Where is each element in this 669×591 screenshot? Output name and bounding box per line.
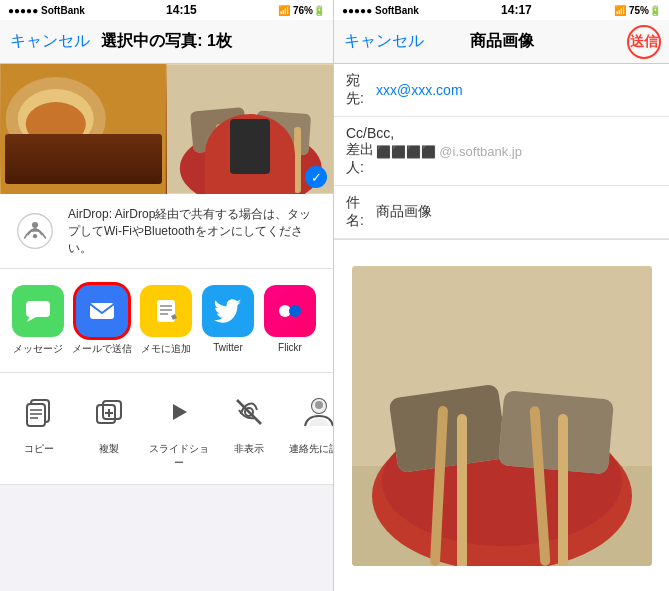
share-item-twitter[interactable]: Twitter bbox=[198, 281, 258, 360]
share-actions-row: メッセージ メールで送信 メモに追加 bbox=[0, 269, 333, 373]
svg-rect-34 bbox=[103, 401, 121, 419]
memo-icon-wrap bbox=[140, 285, 192, 337]
copy-icon bbox=[14, 387, 64, 437]
svg-marker-20 bbox=[27, 316, 36, 322]
action-hide[interactable]: 非表示 bbox=[214, 383, 284, 474]
cc-row[interactable]: Cc/Bcc, 差出人: ⬛⬛⬛⬛ @i.softbank.jp bbox=[334, 117, 669, 186]
photo-strip: ✓ bbox=[0, 64, 333, 194]
action-copy[interactable]: コピー bbox=[4, 383, 74, 474]
email-form: 宛先: xxx@xxx.com Cc/Bcc, 差出人: ⬛⬛⬛⬛ @i.sof… bbox=[334, 64, 669, 240]
subject-row[interactable]: 件名: 商品画像 bbox=[334, 186, 669, 239]
share-label-memo: メモに追加 bbox=[141, 342, 191, 356]
action-label-contact: 連絡先に設定 bbox=[289, 442, 333, 456]
share-item-mail[interactable]: メールで送信 bbox=[70, 281, 134, 360]
svg-rect-5 bbox=[26, 154, 86, 179]
left-panel: ●●●●● SoftBank 14:15 📶 76%🔋 キャンセル 選択中の写真… bbox=[0, 0, 334, 591]
cancel-button-right[interactable]: キャンセル bbox=[344, 31, 424, 52]
action-contact[interactable]: 連絡先に設定 bbox=[284, 383, 333, 474]
airdrop-icon bbox=[14, 210, 56, 252]
cc-label: Cc/Bcc, 差出人: bbox=[346, 125, 376, 177]
nav-bar-right: キャンセル 商品画像 送信 bbox=[334, 20, 669, 64]
contact-icon bbox=[294, 387, 333, 437]
carrier-left: ●●●●● SoftBank bbox=[8, 5, 85, 16]
status-icons-left: 📶 76%🔋 bbox=[278, 5, 325, 16]
svg-rect-54 bbox=[558, 414, 568, 566]
share-item-flickr[interactable]: Flickr bbox=[260, 281, 320, 360]
svg-point-18 bbox=[32, 222, 38, 228]
svg-rect-14 bbox=[274, 124, 284, 193]
wifi-icon-right: 📶 bbox=[614, 5, 626, 16]
nav-bar-left: キャンセル 選択中の写真: 1枚 bbox=[0, 20, 333, 64]
svg-rect-9 bbox=[189, 107, 247, 153]
cancel-button-left[interactable]: キャンセル bbox=[10, 31, 90, 52]
time-right: 14:17 bbox=[501, 3, 532, 17]
nav-title-right: 商品画像 bbox=[470, 31, 534, 52]
to-value: xxx@xxx.com bbox=[376, 82, 657, 98]
svg-rect-12 bbox=[212, 124, 222, 193]
photo-dango-left[interactable]: ✓ bbox=[167, 64, 334, 194]
svg-rect-21 bbox=[90, 303, 114, 319]
action-slideshow[interactable]: スライドショー bbox=[144, 383, 214, 474]
right-panel: ●●●●● SoftBank 14:17 📶 75%🔋 キャンセル 商品画像 送… bbox=[334, 0, 669, 591]
svg-rect-29 bbox=[27, 404, 45, 426]
carrier-right: ●●●●● SoftBank bbox=[342, 5, 419, 16]
share-item-message[interactable]: メッセージ bbox=[8, 281, 68, 360]
status-icons-right: 📶 75%🔋 bbox=[614, 5, 661, 16]
cc-value: ⬛⬛⬛⬛ @i.softbank.jp bbox=[376, 144, 657, 159]
twitter-icon-wrap bbox=[202, 285, 254, 337]
action-label-duplicate: 複製 bbox=[99, 442, 119, 456]
svg-marker-37 bbox=[173, 404, 187, 420]
svg-rect-11 bbox=[254, 110, 311, 155]
flickr-icon-wrap bbox=[264, 285, 316, 337]
svg-point-3 bbox=[26, 102, 86, 146]
subject-label: 件名: bbox=[346, 194, 376, 230]
airdrop-banner[interactable]: AirDrop: AirDrop経由で共有する場合は、タップしてWi-FiやBl… bbox=[0, 194, 333, 269]
selected-checkmark: ✓ bbox=[305, 166, 327, 188]
svg-rect-15 bbox=[294, 127, 301, 193]
share-item-memo[interactable]: メモに追加 bbox=[136, 281, 196, 360]
time-left: 14:15 bbox=[166, 3, 197, 17]
status-bar-right: ●●●●● SoftBank 14:17 📶 75%🔋 bbox=[334, 0, 669, 20]
action-row-bottom: コピー 複製 スライドショー bbox=[0, 373, 333, 485]
svg-point-27 bbox=[289, 305, 301, 317]
share-label-flickr: Flickr bbox=[278, 342, 302, 353]
slideshow-icon bbox=[154, 387, 204, 437]
action-label-hide: 非表示 bbox=[234, 442, 264, 456]
svg-point-42 bbox=[315, 401, 323, 409]
action-duplicate[interactable]: 複製 bbox=[74, 383, 144, 474]
svg-point-17 bbox=[33, 234, 37, 238]
svg-rect-22 bbox=[157, 300, 175, 322]
send-button[interactable]: 送信 bbox=[627, 25, 661, 59]
duplicate-icon bbox=[84, 387, 134, 437]
email-photo-area bbox=[334, 240, 669, 591]
svg-rect-50 bbox=[497, 390, 613, 474]
mail-icon-wrap bbox=[76, 285, 128, 337]
svg-rect-4 bbox=[21, 149, 91, 184]
action-label-copy: コピー bbox=[24, 442, 54, 456]
message-icon-wrap bbox=[12, 285, 64, 337]
svg-rect-19 bbox=[26, 301, 50, 317]
share-label-mail: メールで送信 bbox=[72, 342, 132, 356]
hide-icon bbox=[224, 387, 274, 437]
status-bar-left: ●●●●● SoftBank 14:15 📶 76%🔋 bbox=[0, 0, 333, 20]
dango-photo-right bbox=[352, 266, 652, 566]
to-row[interactable]: 宛先: xxx@xxx.com bbox=[334, 64, 669, 117]
to-label: 宛先: bbox=[346, 72, 376, 108]
photo-bread[interactable] bbox=[0, 64, 167, 194]
battery-left: 76%🔋 bbox=[293, 5, 325, 16]
bread-image bbox=[0, 64, 167, 194]
nav-title-left: 選択中の写真: 1枚 bbox=[101, 31, 232, 52]
action-label-slideshow: スライドショー bbox=[146, 442, 212, 470]
share-label-twitter: Twitter bbox=[213, 342, 242, 353]
svg-rect-13 bbox=[232, 127, 239, 193]
dango-image-left: ✓ bbox=[167, 64, 334, 194]
svg-rect-52 bbox=[457, 414, 467, 566]
share-label-message: メッセージ bbox=[13, 342, 63, 356]
airdrop-text: AirDrop: AirDrop経由で共有する場合は、タップしてWi-FiやBl… bbox=[68, 206, 319, 256]
wifi-icon-left: 📶 bbox=[278, 5, 290, 16]
subject-value: 商品画像 bbox=[376, 203, 432, 221]
battery-right: 75%🔋 bbox=[629, 5, 661, 16]
svg-rect-48 bbox=[388, 383, 507, 473]
